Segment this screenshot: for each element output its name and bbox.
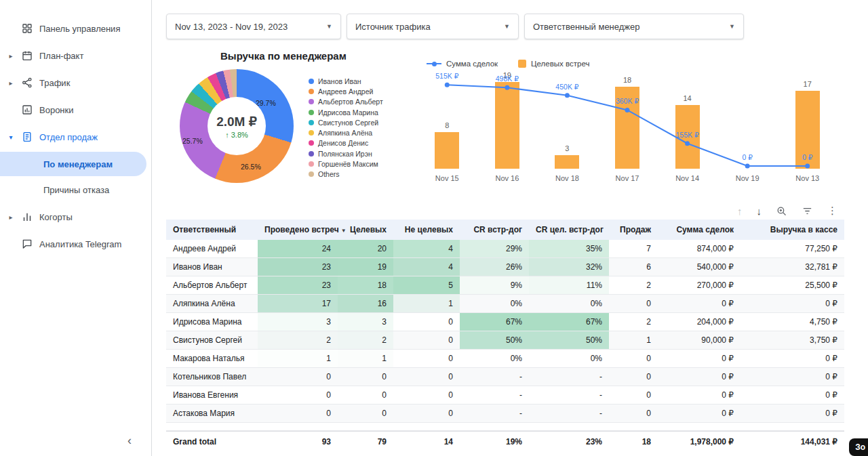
column-header[interactable]: Не целевых	[393, 220, 460, 240]
sidebar-item-dashboard[interactable]: Панель управления	[0, 15, 151, 42]
sort-up-icon[interactable]: ↑	[737, 205, 743, 217]
sort-down-icon[interactable]: ↓	[757, 205, 762, 217]
donut-center: 2.0M ₽ ↑ 3.8%	[208, 97, 266, 155]
cell-value: 0	[338, 405, 393, 422]
dashboard-icon	[21, 22, 33, 35]
chevron-right-icon[interactable]: ▸	[7, 79, 15, 87]
sidebar-item-telegram[interactable]: Аналитика Telegram	[0, 230, 151, 257]
donut-legend: Иванов ИванАндреев АндрейАльбертов Альбе…	[309, 76, 383, 180]
table-row[interactable]: Альбертов Альберт231859%11%2270,000 ₽25,…	[166, 276, 844, 295]
date-range-label: Nov 13, 2023 - Nov 19, 2023	[175, 22, 288, 32]
sidebar-item-plan-fact[interactable]: ▸План-факт	[0, 42, 151, 69]
donut-legend-item: Аляпкина Алёна	[309, 127, 383, 138]
cell-value: 0%	[460, 295, 529, 312]
donut-center-delta: ↑ 3.8%	[225, 131, 248, 139]
line-point[interactable]	[505, 85, 509, 90]
more-vert-icon[interactable]: ⋮	[827, 205, 837, 217]
column-header[interactable]: CR встр-дог	[460, 220, 529, 240]
line-point[interactable]	[745, 164, 750, 169]
cell-value: 0	[609, 386, 658, 404]
sidebar-item-label: Воронки	[39, 105, 74, 115]
table-row[interactable]: Свистунов Сергей22050%50%190,000 ₽3,750 …	[166, 331, 844, 350]
cell-value: 2	[258, 331, 338, 349]
donut-ring[interactable]: 29.7%25.7%26.5% 2.0M ₽ ↑ 3.8%	[180, 69, 294, 183]
cell-value: 0 ₽	[741, 368, 844, 386]
table-row[interactable]: Макарова Наталья1100%0%00 ₽0 ₽	[166, 350, 844, 368]
manager-filter[interactable]: Ответственный менеджер ▼	[524, 14, 744, 39]
filter-bar: Nov 13, 2023 - Nov 19, 2023 ▼ Источник т…	[166, 14, 868, 39]
column-header[interactable]: Выручка в кассе	[741, 220, 844, 240]
cell-value: -	[529, 405, 609, 422]
donut-center-value: 2.0M ₽	[216, 114, 257, 129]
table-row[interactable]: Идрисова Марина33067%67%2204,000 ₽4,750 …	[166, 313, 844, 331]
cell-value: 0	[393, 405, 460, 422]
traffic-source-filter[interactable]: Источник трафика ▼	[347, 14, 519, 39]
donut-legend-item: Денисов Денис	[309, 138, 383, 148]
line-point[interactable]	[445, 83, 450, 87]
line-point[interactable]	[685, 141, 690, 146]
cell-manager-name: Идрисова Марина	[166, 313, 258, 331]
column-header[interactable]: Целевых	[338, 220, 393, 240]
table-row[interactable]: Андреев Андрей2420429%35%7874,000 ₽77,25…	[166, 240, 844, 258]
line-point[interactable]	[805, 164, 810, 169]
date-range-filter[interactable]: Nov 13, 2023 - Nov 19, 2023 ▼	[166, 14, 341, 39]
column-header[interactable]: CR цел. встр-дог	[529, 220, 609, 240]
grand-total-row: Grand total93791419%23%181,978,000 ₽144,…	[166, 431, 844, 452]
sidebar-collapse-icon[interactable]: ‹	[127, 434, 132, 448]
column-header[interactable]: Продаж	[609, 220, 658, 240]
column-header[interactable]: Сумма сделок	[658, 220, 741, 240]
cell-manager-name: Альбертов Альберт	[166, 276, 258, 294]
slice-percvalue-label: 25.7%	[182, 137, 203, 145]
cell-manager-name: Свистунов Сергей	[166, 331, 258, 349]
sidebar-subitem[interactable]: Причины отказа	[0, 178, 151, 202]
cohorts-icon	[21, 211, 33, 223]
combo-chart-card: Сумма сделок Целевых встреч 8515K ₽19498…	[410, 50, 868, 195]
sidebar-item-label: План-факт	[39, 51, 83, 61]
combo-legend: Сумма сделок Целевых встреч	[427, 60, 868, 68]
deal-sum-line	[417, 77, 837, 169]
cell-value: 4	[393, 240, 460, 257]
sidebar-item-cohorts[interactable]: ▸Когорты	[0, 203, 151, 230]
cell-value: 23	[258, 258, 338, 276]
zoom-icon[interactable]	[776, 205, 787, 217]
grand-total-label: Grand total	[166, 432, 258, 452]
sidebar-subitem[interactable]: По менеджерам	[0, 152, 146, 176]
table-row[interactable]: Аляпкина Алёна171610%0%00 ₽0 ₽	[166, 295, 844, 313]
sidebar-item-funnels[interactable]: Воронки	[0, 96, 151, 123]
table-row[interactable]: Котельников Павел000--00 ₽0 ₽	[166, 368, 844, 386]
cell-value: 67%	[529, 313, 609, 331]
tooltip-badge: Зо	[849, 438, 868, 456]
sidebar-item-traffic[interactable]: ▸Трафик	[0, 69, 151, 96]
cell-value: 0 ₽	[658, 405, 741, 422]
line-point[interactable]	[625, 108, 630, 112]
sidebar-item-sales-dept[interactable]: ▾Отдел продаж	[0, 123, 151, 150]
legend-bar-label: Целевых встреч	[531, 60, 589, 68]
sales-icon	[21, 131, 33, 143]
column-header[interactable]: Ответственный	[166, 220, 258, 240]
chevron-right-icon[interactable]: ▸	[7, 213, 15, 221]
cell-value: 0	[258, 405, 338, 422]
table-row[interactable]: Астакова Мария000--00 ₽0 ₽	[166, 405, 844, 423]
table-row[interactable]: Иванова Евгения000--00 ₽0 ₽	[166, 386, 844, 405]
cell-value: 16	[338, 295, 393, 312]
line-point[interactable]	[565, 93, 570, 98]
cell-value: 18	[338, 276, 393, 294]
chevron-right-icon[interactable]: ▸	[7, 52, 15, 60]
column-header[interactable]: Проведено встреч▼	[258, 220, 338, 240]
combo-plot[interactable]: 8515K ₽19498K ₽3450K ₽18360K ₽14155K ₽0 …	[417, 77, 837, 169]
chat-icon	[21, 238, 33, 250]
grand-total-value: 79	[338, 432, 393, 452]
cell-value: 2	[338, 331, 393, 349]
filter-icon[interactable]	[802, 205, 813, 217]
grand-total-value: 93	[258, 432, 338, 452]
table-row-partial[interactable]	[166, 423, 844, 431]
x-axis-tick: Nov 18	[537, 174, 597, 182]
cell-value: 0	[393, 331, 460, 349]
table-row[interactable]: Иванов Иван2319426%32%6540,000 ₽32,781 ₽	[166, 258, 844, 276]
chevron-down-icon[interactable]: ▾	[7, 133, 15, 141]
slice-percvalue-label: 29.7%	[256, 99, 276, 107]
table-toolbar: ↑↓⋮	[166, 202, 844, 220]
cell-value: 77,250 ₽	[741, 240, 844, 257]
cell-value: 0	[338, 386, 393, 404]
delta-up-icon: ↑	[225, 131, 229, 139]
